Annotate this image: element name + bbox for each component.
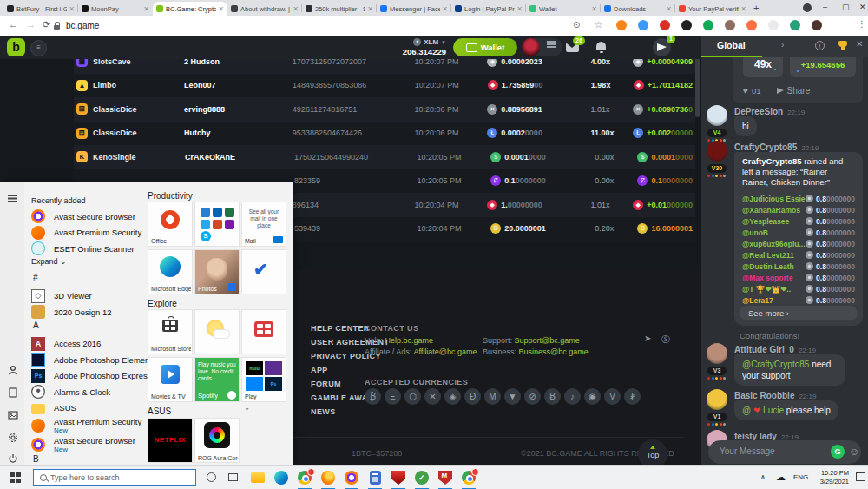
tab-close-icon[interactable]: ✕	[591, 5, 597, 13]
contact-link[interactable]: Help.bc.game	[385, 336, 434, 345]
like-icon[interactable]: ♥	[743, 86, 748, 96]
extension-icon[interactable]	[812, 20, 822, 30]
wallet-button[interactable]: Wallet	[453, 38, 517, 56]
recipient-name[interactable]: @unoB	[742, 228, 806, 238]
bcgame-logo[interactable]: b	[7, 38, 25, 56]
tile-play[interactable]: huluPsPlay	[241, 357, 286, 402]
expand-button[interactable]: Expand ⌄	[31, 257, 67, 266]
onedrive-icon[interactable]: ☁	[776, 472, 786, 483]
chat-tab-global[interactable]: Global	[717, 40, 746, 50]
skype-icon[interactable]: Ⓢ	[661, 334, 670, 346]
tile-netflix[interactable]: NETFLIX	[148, 418, 193, 463]
close-chat-icon[interactable]: ✕	[856, 39, 863, 49]
documents-icon[interactable]	[8, 387, 18, 398]
bell-icon[interactable]	[596, 42, 606, 50]
recipient-name[interactable]: @Judicious Essie	[742, 194, 806, 204]
cortana-icon[interactable]	[207, 472, 216, 482]
emoji-button[interactable]: ☺	[849, 446, 859, 458]
tab-close-icon[interactable]: ✕	[293, 5, 299, 13]
hamburger-icon[interactable]	[8, 195, 17, 196]
action-center-icon[interactable]	[856, 472, 865, 481]
tile-store[interactable]: Microsoft Store	[148, 309, 193, 354]
browser-tab[interactable]: Downloads✕	[601, 2, 675, 16]
clock[interactable]: 10:20 PM 3/29/2021	[811, 469, 849, 486]
share-button[interactable]: Share	[787, 86, 811, 96]
balance-selector[interactable]: ✦ XLM ▼ 206.314229	[392, 37, 446, 56]
recipient-name[interactable]: @Dustin Leath	[742, 261, 806, 272]
tab-close-icon[interactable]: ✕	[516, 5, 523, 13]
extension-icon[interactable]	[660, 20, 670, 30]
footer-link[interactable]: NEWS	[311, 407, 336, 416]
extension-icon[interactable]	[638, 20, 648, 30]
browser-menu-icon[interactable]: ⋮	[858, 19, 866, 29]
calculator-icon[interactable]	[367, 470, 383, 486]
extension-icon[interactable]	[768, 20, 779, 30]
section-letter[interactable]: B	[33, 454, 39, 464]
recipient-name[interactable]: @XananaRamos	[742, 205, 806, 215]
tab-close-icon[interactable]: ✕	[143, 5, 149, 13]
telegram-icon[interactable]: ➤	[644, 334, 651, 343]
tile-edge[interactable]: Microsoft Edge	[148, 249, 193, 294]
tile-rog[interactable]: ROG Aura Core	[194, 418, 240, 463]
table-row[interactable]: ⚄ClassicDiceHutchy953388250467442610:20:…	[74, 122, 695, 146]
recipient-name[interactable]: @Real Levt211	[742, 250, 806, 261]
mcafee-icon[interactable]: M	[437, 470, 453, 486]
firefox-icon[interactable]	[320, 470, 336, 486]
minimize-icon[interactable]: –	[823, 3, 827, 11]
power-icon[interactable]	[8, 453, 18, 464]
footer-link[interactable]: FORUM	[311, 380, 341, 388]
reload-icon[interactable]: ⟳	[43, 19, 50, 30]
browser-tab[interactable]: MoonPay✕	[78, 2, 153, 16]
task-view-icon[interactable]	[228, 473, 238, 481]
account-icon[interactable]	[8, 365, 18, 375]
extension-icon[interactable]: ☆	[595, 20, 602, 30]
header-menu-button[interactable]: ≡	[30, 40, 47, 56]
tile-weather[interactable]	[194, 309, 240, 354]
tile-news[interactable]	[241, 309, 286, 354]
contact-link[interactable]: Affiliate@bc.game	[413, 347, 477, 356]
avatar[interactable]	[707, 343, 727, 364]
browser-tab[interactable]: BetFury - First i-Ga✕	[3, 2, 78, 16]
recipient-name[interactable]: @Lera17	[742, 295, 806, 306]
recipient-name[interactable]: @Max soporte	[742, 273, 806, 283]
browser-tab[interactable]: About withdraw. | B✕	[227, 2, 302, 16]
start-menu-app[interactable]: ASUS⌄	[26, 400, 260, 416]
browser-tab[interactable]: Your PayPal verific✕	[675, 2, 750, 16]
recipient-name[interactable]: @xup6ux96oplu...	[742, 239, 806, 249]
chat-username[interactable]: DePreeSion22:19	[734, 107, 805, 116]
chat-username[interactable]: Basic Roobbie22:19	[734, 391, 817, 400]
contact-link[interactable]: Business@bc.game	[519, 347, 589, 356]
avatar[interactable]	[522, 38, 540, 56]
extension-icon[interactable]	[790, 20, 800, 30]
tab-close-icon[interactable]: ✕	[442, 5, 448, 13]
settings-icon[interactable]	[8, 433, 18, 443]
chevron-right-icon[interactable]: ›	[781, 40, 784, 50]
tile-office[interactable]: Office	[148, 202, 193, 247]
tile-mail[interactable]: See all your mail in one placeMail	[241, 202, 286, 247]
chrome-2-icon[interactable]	[461, 470, 477, 486]
avatar[interactable]	[707, 141, 727, 162]
share-icon[interactable]	[777, 88, 784, 94]
scroll-top-button[interactable]: Top	[638, 439, 667, 465]
browser-tab[interactable]: Messenger | Faceb✕	[377, 2, 451, 16]
table-row[interactable]: KKenoSingleCrAKeOkAnE1750215064499024010…	[74, 145, 695, 169]
tile-todo[interactable]: ✔	[241, 249, 286, 294]
edge-icon[interactable]	[273, 470, 289, 486]
avg-antivirus-icon[interactable]	[391, 470, 406, 486]
browser-tab[interactable]: 250k multiplier - S✕	[302, 2, 377, 16]
contact-link[interactable]: Support@bc.game	[515, 336, 580, 345]
browser-tab[interactable]: Wallet✕	[526, 2, 601, 16]
avatar[interactable]	[707, 389, 727, 410]
extension-icon[interactable]	[681, 20, 692, 30]
section-letter[interactable]: A	[33, 320, 39, 330]
chat-input[interactable]: Your Message G ☺	[708, 440, 861, 464]
browser-tab[interactable]: Login | PayPal Prep✕	[451, 2, 526, 16]
extension-icon[interactable]	[616, 20, 627, 30]
extension-icon[interactable]	[746, 20, 757, 30]
tab-close-icon[interactable]: ✕	[218, 5, 224, 13]
tile-photos[interactable]: Photos	[194, 249, 240, 294]
new-tab-button[interactable]: +	[753, 3, 759, 13]
close-window-icon[interactable]: ✕	[859, 3, 866, 11]
tile-movies[interactable]: Movies & TV	[148, 357, 193, 402]
browser-profile-icon[interactable]	[803, 3, 812, 12]
